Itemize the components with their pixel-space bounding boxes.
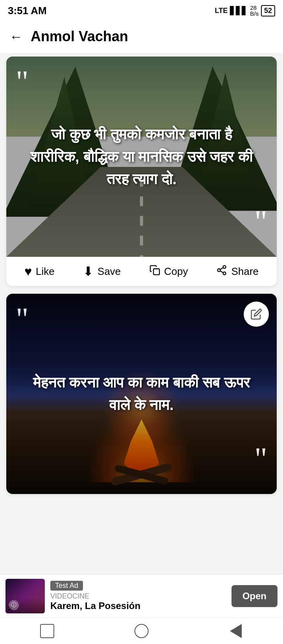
svg-point-2: [218, 269, 221, 271]
status-bar: 3:51 AM LTE ▋▋▋ 28B/s 52: [0, 0, 283, 20]
quote-text-1: जो कुछ भी तुमको कमजोर बनाता है शारीरिक, …: [25, 123, 258, 190]
save-icon: ⬇: [83, 264, 94, 279]
quote-open-mark-2: ": [16, 303, 29, 335]
action-bar-1: ♥ Like ⬇ Save Copy: [6, 257, 277, 286]
nav-square-icon: [40, 624, 54, 638]
copy-label: Copy: [164, 265, 188, 278]
svg-line-4: [221, 271, 224, 273]
signal-text: LTE: [215, 7, 228, 15]
data-speed-icon: 28B/s: [250, 5, 259, 16]
share-label: Share: [231, 265, 258, 278]
nav-back-icon: [230, 624, 242, 638]
quote-card-1: " जो कुछ भी तुमको कमजोर बनाता है शारीरिक…: [6, 57, 277, 286]
signal-bars-icon: ▋▋▋: [230, 6, 248, 15]
copy-icon: [149, 264, 160, 279]
quote-card-2: " मेहनत करना आप का काम बाकी सब ऊपर वाले …: [6, 294, 277, 494]
nav-back-button[interactable]: [226, 621, 246, 641]
nav-bar: [0, 617, 283, 644]
save-button[interactable]: ⬇ Save: [83, 264, 121, 279]
edit-button[interactable]: [244, 302, 269, 327]
share-icon: [216, 264, 227, 279]
quote-close-mark-2: ": [254, 443, 267, 474]
save-label: Save: [97, 265, 121, 278]
like-button[interactable]: ♥ Like: [24, 264, 55, 279]
quote-image-2: " मेहनत करना आप का काम बाकी सब ऊपर वाले …: [6, 294, 277, 494]
ad-source: VIDEOCINE: [50, 592, 226, 600]
copy-button[interactable]: Copy: [149, 264, 188, 279]
quote-open-mark-1: ": [16, 66, 29, 97]
nav-circle-icon: [134, 624, 149, 638]
ad-banner: ⓘ ✕ Test Ad VIDEOCINE Karem, La Posesión…: [0, 574, 283, 617]
svg-line-5: [221, 267, 224, 269]
like-label: Like: [36, 265, 55, 278]
quote-image-1: " जो कुछ भी तुमको कमजोर बनाता है शारीरिक…: [6, 57, 277, 257]
status-icons: LTE ▋▋▋ 28B/s 52: [215, 5, 275, 16]
battery-icon: 52: [261, 5, 275, 16]
nav-home-button[interactable]: [132, 621, 151, 641]
svg-point-1: [223, 265, 226, 268]
app-header: ← Anmol Vachan: [0, 20, 283, 53]
quote-close-mark-1: ": [254, 206, 267, 237]
ad-info-icon: ⓘ: [9, 600, 19, 610]
ad-test-badge: Test Ad: [50, 581, 83, 591]
ad-content: Test Ad VIDEOCINE Karem, La Posesión: [50, 581, 226, 611]
share-button[interactable]: Share: [216, 264, 258, 279]
back-button[interactable]: ←: [9, 29, 23, 44]
page-title: Anmol Vachan: [31, 28, 128, 45]
ad-title: Karem, La Posesión: [50, 600, 226, 611]
ad-thumbnail-wrapper: ⓘ ✕: [6, 579, 45, 613]
svg-rect-0: [153, 269, 159, 274]
quote-text-2: मेहनत करना आप का काम बाकी सब ऊपर वाले के…: [25, 371, 258, 416]
ad-thumbnail: ⓘ: [6, 579, 45, 613]
svg-point-3: [223, 272, 226, 274]
nav-square-button[interactable]: [37, 621, 57, 641]
status-time: 3:51 AM: [8, 5, 47, 17]
heart-icon: ♥: [24, 264, 32, 279]
ad-open-button[interactable]: Open: [232, 585, 277, 607]
cards-container: " जो कुछ भी तुमको कमजोर बनाता है शारीरिक…: [0, 53, 283, 573]
